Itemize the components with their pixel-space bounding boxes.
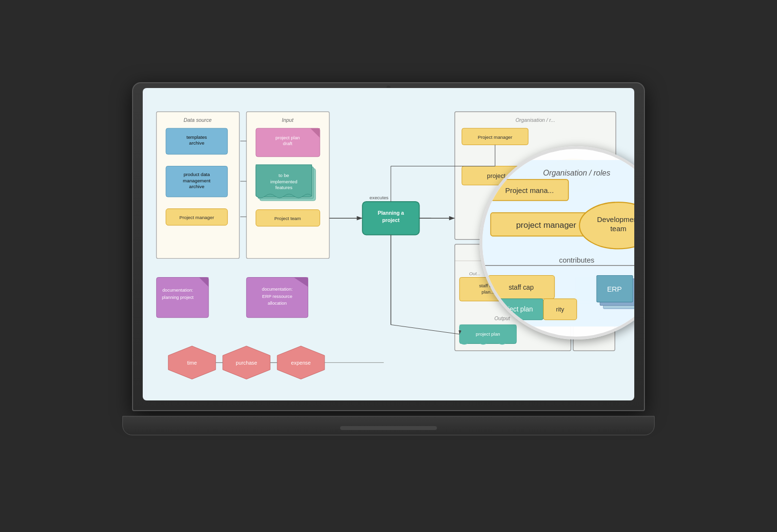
svg-text:staff cap: staff cap xyxy=(508,284,534,291)
svg-text:documentation:: documentation: xyxy=(262,287,292,292)
laptop-foot xyxy=(340,426,437,430)
svg-text:archive: archive xyxy=(189,184,204,190)
svg-text:Project team: Project team xyxy=(274,216,301,221)
svg-text:draft: draft xyxy=(283,141,293,146)
svg-text:Data source: Data source xyxy=(184,117,212,123)
svg-text:Project manager: Project manager xyxy=(179,215,214,220)
svg-text:executes: executes xyxy=(370,195,388,200)
svg-text:time: time xyxy=(187,360,197,366)
svg-text:ERP ressource: ERP ressource xyxy=(262,294,292,299)
svg-text:team: team xyxy=(610,225,626,233)
svg-text:expense: expense xyxy=(291,360,311,366)
svg-text:Output: Output xyxy=(494,315,510,321)
svg-text:Project mana...: Project mana... xyxy=(505,187,553,194)
svg-text:Input: Input xyxy=(282,117,294,123)
svg-text:Organisation / roles: Organisation / roles xyxy=(543,168,610,177)
svg-text:purchase: purchase xyxy=(236,360,257,366)
svg-text:Out...: Out... xyxy=(469,271,480,276)
svg-text:Planning a: Planning a xyxy=(378,210,404,216)
screen-bezel: Data source templates archive product da… xyxy=(143,88,634,400)
svg-text:Development: Development xyxy=(597,216,634,223)
screen-content: Data source templates archive product da… xyxy=(143,88,634,400)
svg-text:project manager: project manager xyxy=(516,220,576,230)
svg-text:contributes: contributes xyxy=(559,256,595,264)
svg-text:templates: templates xyxy=(186,134,207,140)
svg-text:project: project xyxy=(382,217,400,223)
laptop-base xyxy=(122,416,655,435)
svg-text:planning project: planning project xyxy=(162,295,194,300)
svg-text:implemented: implemented xyxy=(270,179,298,184)
laptop-container: Data source templates archive product da… xyxy=(122,82,655,450)
svg-text:management: management xyxy=(183,178,210,183)
svg-text:Project manager: Project manager xyxy=(478,134,512,140)
laptop-body: Data source templates archive product da… xyxy=(132,82,645,411)
svg-text:product data: product data xyxy=(183,172,210,177)
svg-text:to be: to be xyxy=(279,173,289,178)
svg-text:documentation:: documentation: xyxy=(163,288,193,293)
svg-text:project plan: project plan xyxy=(476,331,500,337)
svg-text:features: features xyxy=(275,185,292,190)
svg-text:ERP: ERP xyxy=(607,285,622,293)
svg-text:project plan: project plan xyxy=(275,135,300,140)
svg-text:archive: archive xyxy=(189,140,204,146)
svg-text:Organisation / r...: Organisation / r... xyxy=(515,117,555,123)
svg-text:allocation: allocation xyxy=(268,301,286,306)
svg-text:rity: rity xyxy=(556,306,565,313)
